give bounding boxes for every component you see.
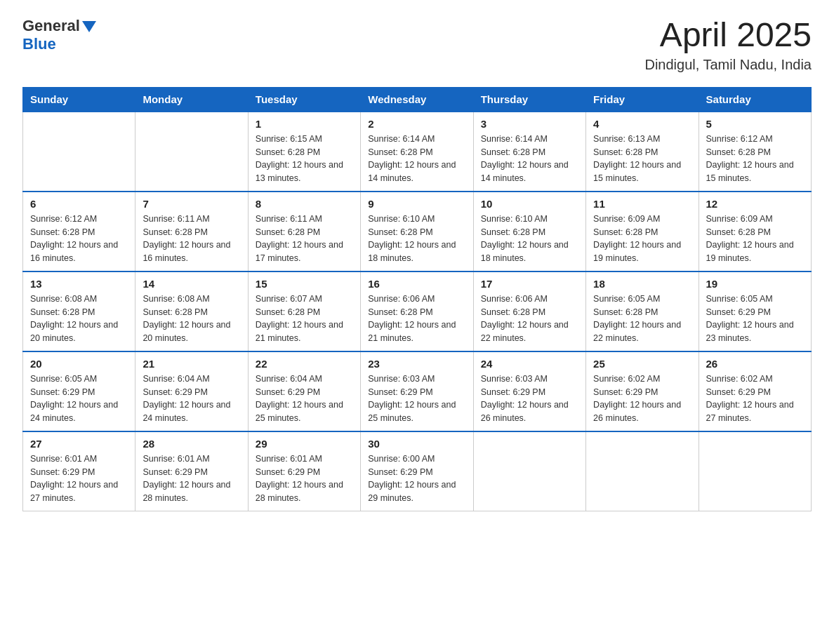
calendar-week-row: 27Sunrise: 6:01 AM Sunset: 6:29 PM Dayli… xyxy=(23,431,812,511)
page-subtitle: Dindigul, Tamil Nadu, India xyxy=(644,57,812,73)
calendar-cell: 22Sunrise: 6:04 AM Sunset: 6:29 PM Dayli… xyxy=(248,351,360,431)
cell-day-number: 14 xyxy=(143,278,240,290)
calendar-cell: 26Sunrise: 6:02 AM Sunset: 6:29 PM Dayli… xyxy=(699,351,811,431)
cell-info-text: Sunrise: 6:15 AM Sunset: 6:28 PM Dayligh… xyxy=(256,133,353,185)
cell-info-text: Sunrise: 6:11 AM Sunset: 6:28 PM Dayligh… xyxy=(143,213,240,265)
calendar-table: SundayMondayTuesdayWednesdayThursdayFrid… xyxy=(22,87,812,511)
cell-info-text: Sunrise: 6:05 AM Sunset: 6:29 PM Dayligh… xyxy=(706,293,804,345)
page-title: April 2025 xyxy=(644,17,812,54)
calendar-day-header: Thursday xyxy=(473,87,585,112)
cell-info-text: Sunrise: 6:12 AM Sunset: 6:28 PM Dayligh… xyxy=(706,133,804,185)
calendar-week-row: 13Sunrise: 6:08 AM Sunset: 6:28 PM Dayli… xyxy=(23,271,812,351)
cell-day-number: 9 xyxy=(368,198,465,210)
calendar-cell: 13Sunrise: 6:08 AM Sunset: 6:28 PM Dayli… xyxy=(23,271,135,351)
cell-day-number: 11 xyxy=(593,198,691,210)
cell-info-text: Sunrise: 6:08 AM Sunset: 6:28 PM Dayligh… xyxy=(30,293,128,345)
cell-day-number: 5 xyxy=(706,118,804,130)
cell-info-text: Sunrise: 6:05 AM Sunset: 6:29 PM Dayligh… xyxy=(30,373,128,425)
cell-info-text: Sunrise: 6:01 AM Sunset: 6:29 PM Dayligh… xyxy=(30,452,128,505)
calendar-cell: 21Sunrise: 6:04 AM Sunset: 6:29 PM Dayli… xyxy=(135,351,248,431)
logo-general: General xyxy=(22,17,80,35)
cell-day-number: 15 xyxy=(256,278,353,290)
calendar-day-header: Wednesday xyxy=(361,87,473,112)
cell-info-text: Sunrise: 6:02 AM Sunset: 6:29 PM Dayligh… xyxy=(706,373,804,425)
calendar-cell: 19Sunrise: 6:05 AM Sunset: 6:29 PM Dayli… xyxy=(699,271,811,351)
calendar-week-row: 1Sunrise: 6:15 AM Sunset: 6:28 PM Daylig… xyxy=(23,112,812,192)
calendar-cell: 6Sunrise: 6:12 AM Sunset: 6:28 PM Daylig… xyxy=(23,192,135,271)
cell-day-number: 23 xyxy=(368,358,465,370)
calendar-cell: 16Sunrise: 6:06 AM Sunset: 6:28 PM Dayli… xyxy=(361,271,473,351)
calendar-day-header: Monday xyxy=(135,87,248,112)
calendar-cell: 5Sunrise: 6:12 AM Sunset: 6:28 PM Daylig… xyxy=(699,112,811,192)
cell-info-text: Sunrise: 6:01 AM Sunset: 6:29 PM Dayligh… xyxy=(256,452,353,505)
calendar-day-header: Tuesday xyxy=(248,87,360,112)
calendar-cell: 29Sunrise: 6:01 AM Sunset: 6:29 PM Dayli… xyxy=(248,431,360,511)
calendar-cell xyxy=(135,112,248,192)
cell-info-text: Sunrise: 6:14 AM Sunset: 6:28 PM Dayligh… xyxy=(368,133,465,185)
calendar-cell: 18Sunrise: 6:05 AM Sunset: 6:28 PM Dayli… xyxy=(586,271,699,351)
cell-day-number: 21 xyxy=(143,358,240,370)
calendar-cell xyxy=(473,431,585,511)
calendar-cell: 27Sunrise: 6:01 AM Sunset: 6:29 PM Dayli… xyxy=(23,431,135,511)
cell-info-text: Sunrise: 6:05 AM Sunset: 6:28 PM Dayligh… xyxy=(593,293,691,345)
cell-day-number: 25 xyxy=(593,358,691,370)
calendar-cell: 8Sunrise: 6:11 AM Sunset: 6:28 PM Daylig… xyxy=(248,192,360,271)
calendar-week-row: 20Sunrise: 6:05 AM Sunset: 6:29 PM Dayli… xyxy=(23,351,812,431)
cell-day-number: 27 xyxy=(30,438,128,450)
cell-info-text: Sunrise: 6:08 AM Sunset: 6:28 PM Dayligh… xyxy=(143,293,240,345)
calendar-day-header: Friday xyxy=(586,87,699,112)
calendar-cell: 12Sunrise: 6:09 AM Sunset: 6:28 PM Dayli… xyxy=(699,192,811,271)
logo: General Blue xyxy=(22,17,96,53)
calendar-cell: 17Sunrise: 6:06 AM Sunset: 6:28 PM Dayli… xyxy=(473,271,585,351)
page-header: General Blue April 2025 Dindigul, Tamil … xyxy=(22,17,812,73)
cell-info-text: Sunrise: 6:11 AM Sunset: 6:28 PM Dayligh… xyxy=(256,213,353,265)
calendar-day-header: Sunday xyxy=(23,87,135,112)
calendar-cell: 24Sunrise: 6:03 AM Sunset: 6:29 PM Dayli… xyxy=(473,351,585,431)
cell-info-text: Sunrise: 6:12 AM Sunset: 6:28 PM Dayligh… xyxy=(30,213,128,265)
cell-info-text: Sunrise: 6:06 AM Sunset: 6:28 PM Dayligh… xyxy=(481,293,578,345)
calendar-header-row: SundayMondayTuesdayWednesdayThursdayFrid… xyxy=(23,87,812,112)
cell-info-text: Sunrise: 6:14 AM Sunset: 6:28 PM Dayligh… xyxy=(481,133,578,185)
cell-info-text: Sunrise: 6:07 AM Sunset: 6:28 PM Dayligh… xyxy=(256,293,353,345)
calendar-cell: 14Sunrise: 6:08 AM Sunset: 6:28 PM Dayli… xyxy=(135,271,248,351)
calendar-cell: 7Sunrise: 6:11 AM Sunset: 6:28 PM Daylig… xyxy=(135,192,248,271)
calendar-cell: 28Sunrise: 6:01 AM Sunset: 6:29 PM Dayli… xyxy=(135,431,248,511)
cell-day-number: 24 xyxy=(481,358,578,370)
calendar-cell xyxy=(23,112,135,192)
calendar-cell xyxy=(699,431,811,511)
calendar-cell: 2Sunrise: 6:14 AM Sunset: 6:28 PM Daylig… xyxy=(361,112,473,192)
cell-day-number: 29 xyxy=(256,438,353,450)
cell-day-number: 19 xyxy=(706,278,804,290)
cell-day-number: 13 xyxy=(30,278,128,290)
calendar-day-header: Saturday xyxy=(699,87,811,112)
logo-triangle-icon xyxy=(82,21,96,32)
cell-info-text: Sunrise: 6:13 AM Sunset: 6:28 PM Dayligh… xyxy=(593,133,691,185)
cell-day-number: 2 xyxy=(368,118,465,130)
calendar-cell: 4Sunrise: 6:13 AM Sunset: 6:28 PM Daylig… xyxy=(586,112,699,192)
calendar-cell: 10Sunrise: 6:10 AM Sunset: 6:28 PM Dayli… xyxy=(473,192,585,271)
cell-day-number: 6 xyxy=(30,198,128,210)
cell-info-text: Sunrise: 6:00 AM Sunset: 6:29 PM Dayligh… xyxy=(368,452,465,505)
cell-day-number: 7 xyxy=(143,198,240,210)
cell-info-text: Sunrise: 6:10 AM Sunset: 6:28 PM Dayligh… xyxy=(481,213,578,265)
cell-info-text: Sunrise: 6:09 AM Sunset: 6:28 PM Dayligh… xyxy=(593,213,691,265)
calendar-cell: 23Sunrise: 6:03 AM Sunset: 6:29 PM Dayli… xyxy=(361,351,473,431)
cell-info-text: Sunrise: 6:10 AM Sunset: 6:28 PM Dayligh… xyxy=(368,213,465,265)
calendar-cell: 1Sunrise: 6:15 AM Sunset: 6:28 PM Daylig… xyxy=(248,112,360,192)
cell-day-number: 28 xyxy=(143,438,240,450)
cell-day-number: 3 xyxy=(481,118,578,130)
cell-day-number: 26 xyxy=(706,358,804,370)
cell-info-text: Sunrise: 6:03 AM Sunset: 6:29 PM Dayligh… xyxy=(481,373,578,425)
cell-day-number: 10 xyxy=(481,198,578,210)
cell-info-text: Sunrise: 6:03 AM Sunset: 6:29 PM Dayligh… xyxy=(368,373,465,425)
title-block: April 2025 Dindigul, Tamil Nadu, India xyxy=(644,17,812,73)
cell-info-text: Sunrise: 6:09 AM Sunset: 6:28 PM Dayligh… xyxy=(706,213,804,265)
cell-day-number: 16 xyxy=(368,278,465,290)
cell-info-text: Sunrise: 6:06 AM Sunset: 6:28 PM Dayligh… xyxy=(368,293,465,345)
cell-day-number: 18 xyxy=(593,278,691,290)
calendar-cell: 25Sunrise: 6:02 AM Sunset: 6:29 PM Dayli… xyxy=(586,351,699,431)
cell-info-text: Sunrise: 6:04 AM Sunset: 6:29 PM Dayligh… xyxy=(256,373,353,425)
logo-blue: Blue xyxy=(22,35,56,53)
cell-info-text: Sunrise: 6:02 AM Sunset: 6:29 PM Dayligh… xyxy=(593,373,691,425)
cell-day-number: 30 xyxy=(368,438,465,450)
